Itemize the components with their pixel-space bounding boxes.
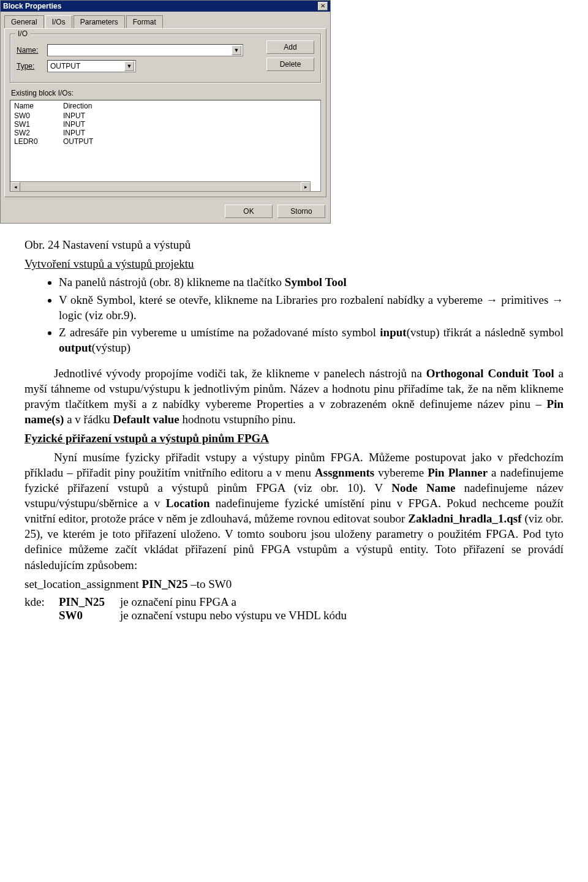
- document-body: Obr. 24 Nastavení vstupů a výstupů Vytvo…: [0, 224, 588, 635]
- add-button[interactable]: Add: [266, 40, 314, 54]
- table-row[interactable]: SW2 INPUT: [10, 129, 320, 137]
- close-icon[interactable]: ✕: [318, 2, 328, 10]
- ok-button[interactable]: OK: [225, 205, 273, 218]
- horizontal-scrollbar[interactable]: ◂ ▸: [10, 181, 311, 191]
- delete-button[interactable]: Delete: [266, 58, 314, 71]
- table-row[interactable]: LEDR0 OUTPUT: [10, 137, 320, 146]
- name-label: Name:: [17, 46, 47, 55]
- dialog-title: Block Properties: [3, 2, 61, 10]
- scroll-left-icon[interactable]: ◂: [10, 182, 20, 192]
- table-row[interactable]: SW0 INPUT: [10, 111, 320, 120]
- def-val-1: je označení pinu FPGA a: [120, 595, 236, 609]
- kde-label: kde:: [24, 595, 59, 609]
- definition-row-2: SW0 je označení vstupu nebo výstupu ve V…: [24, 609, 564, 622]
- io-legend: I/O: [15, 29, 30, 38]
- definition-row-1: kde: PIN_N25 je označení pinu FPGA a: [24, 595, 564, 609]
- cancel-button[interactable]: Storno: [277, 205, 325, 218]
- list-item: Z adresáře pin vybereme u umístíme na po…: [59, 325, 564, 355]
- section-title-2: Fyzické přiřazení vstupů a výstupů pinům…: [24, 431, 564, 446]
- tab-general[interactable]: General: [4, 15, 44, 28]
- dialog-footer: OK Storno: [1, 201, 330, 223]
- chevron-down-icon[interactable]: ▼: [124, 61, 134, 71]
- name-combo[interactable]: ▼: [47, 44, 243, 56]
- col-name: Name: [10, 100, 59, 111]
- figure-caption: Obr. 24 Nastavení vstupů a výstupů: [24, 237, 564, 252]
- tab-panel: I/O Name: ▼ Type: OUTPUT ▼: [4, 28, 326, 197]
- paragraph-2: Nyní musíme fyzicky přiřadit vstupy a vý…: [24, 450, 564, 573]
- section-title-1: Vytvoření vstupů a výstupů projektu: [24, 256, 564, 271]
- def-val-2: je označení vstupu nebo výstupu ve VHDL …: [120, 609, 347, 622]
- existing-ios-label: Existing block I/Os:: [11, 89, 321, 97]
- paragraph-1: Jednotlivé vývody propojíme vodiči tak, …: [24, 366, 564, 427]
- col-direction: Direction: [59, 100, 320, 111]
- type-value: OUTPUT: [50, 62, 80, 70]
- bullet-list: Na panelů nástrojů (obr. 8) klikneme na …: [24, 275, 564, 355]
- code-line: set_location_assignment PIN_N25 –to SW0: [24, 576, 564, 592]
- dialog-tabs: General I/Os Parameters Format: [1, 12, 330, 28]
- list-item: Na panelů nástrojů (obr. 8) klikneme na …: [59, 275, 564, 290]
- tab-format[interactable]: Format: [126, 15, 163, 28]
- type-label: Type:: [17, 62, 47, 70]
- dialog-titlebar[interactable]: Block Properties ✕: [1, 1, 330, 12]
- list-header: Name Direction: [10, 100, 320, 111]
- io-listbox[interactable]: Name Direction SW0 INPUT SW1 INPUT SW2 I…: [10, 100, 321, 192]
- def-key-2: SW0: [59, 609, 120, 622]
- table-row[interactable]: SW1 INPUT: [10, 120, 320, 129]
- block-properties-dialog: Block Properties ✕ General I/Os Paramete…: [0, 0, 331, 224]
- io-groupbox: I/O Name: ▼ Type: OUTPUT ▼: [10, 34, 321, 83]
- def-key-1: PIN_N25: [59, 595, 120, 609]
- list-item: V okně Symbol, které se otevře, klikneme…: [59, 293, 564, 323]
- scroll-right-icon[interactable]: ▸: [301, 182, 311, 192]
- chevron-down-icon[interactable]: ▼: [232, 45, 241, 55]
- tab-ios[interactable]: I/Os: [45, 15, 72, 28]
- type-combo[interactable]: OUTPUT ▼: [47, 60, 136, 72]
- tab-parameters[interactable]: Parameters: [74, 15, 125, 28]
